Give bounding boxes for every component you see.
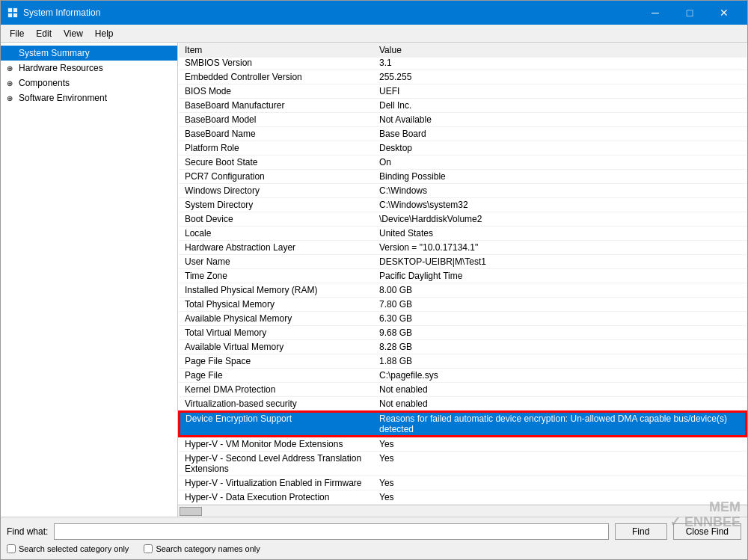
svg-rect-3 bbox=[13, 13, 17, 17]
col-header-item: Item bbox=[179, 43, 373, 58]
col-header-value: Value bbox=[373, 43, 747, 58]
sidebar-label-software-environment: Software Environment bbox=[19, 93, 107, 103]
table-row[interactable]: Hyper-V - VM Monitor Mode ExtensionsYes bbox=[179, 437, 747, 452]
table-row[interactable]: BaseBoard ManufacturerDell Inc. bbox=[179, 99, 747, 113]
minimize-button[interactable]: ─ bbox=[638, 1, 672, 25]
expander-icon: ⊕ bbox=[7, 79, 16, 87]
table-row[interactable]: Platform RoleDesktop bbox=[179, 141, 747, 156]
table-row[interactable]: System DirectoryC:\Windows\system32 bbox=[179, 198, 747, 212]
table-row[interactable]: Installed Physical Memory (RAM)8.00 GB bbox=[179, 283, 747, 298]
table-row[interactable]: Time ZonePacific Daylight Time bbox=[179, 269, 747, 283]
table-cell-value: Binding Possible bbox=[373, 170, 747, 184]
table-row[interactable]: LocaleUnited States bbox=[179, 227, 747, 241]
menu-bar: File Edit View Help bbox=[1, 25, 747, 43]
main-panel: Item Value Other OS DescriptionNot Avail… bbox=[178, 43, 747, 517]
watermark: MEM ✓ ENNBEE bbox=[669, 500, 741, 530]
table-cell-item: Windows Directory bbox=[179, 184, 373, 198]
table-cell-value: DESKTOP-UEIBR|M\Test1 bbox=[373, 255, 747, 269]
table-row[interactable]: Hyper-V - Virtualization Enabled in Firm… bbox=[179, 476, 747, 490]
table-cell-item: Secure Boot State bbox=[179, 156, 373, 170]
table-cell-value: 6.30 GB bbox=[373, 312, 747, 326]
table-cell-item: Device Encryption Support bbox=[179, 411, 373, 437]
menu-edit[interactable]: Edit bbox=[30, 26, 58, 40]
table-cell-value: Yes bbox=[373, 452, 747, 476]
table-cell-value: Yes bbox=[373, 476, 747, 490]
close-button[interactable]: ✕ bbox=[707, 1, 741, 25]
checkbox-selected-category-input[interactable] bbox=[7, 544, 16, 553]
table-cell-value: Yes bbox=[373, 437, 747, 452]
table-row[interactable]: Hyper-V - Data Execution ProtectionYes bbox=[179, 490, 747, 505]
table-row[interactable]: Boot Device\Device\HarddiskVolume2 bbox=[179, 212, 747, 227]
svg-rect-0 bbox=[8, 8, 12, 12]
checkbox-category-names-label: Search category names only bbox=[156, 544, 260, 553]
content-area: System Summary ⊕ Hardware Resources ⊕ Co… bbox=[1, 43, 747, 517]
table-row[interactable]: Hyper-V - Second Level Address Translati… bbox=[179, 452, 747, 476]
table-row[interactable]: Page FileC:\pagefile.sys bbox=[179, 369, 747, 383]
sidebar-label-components: Components bbox=[19, 78, 70, 88]
find-input[interactable] bbox=[54, 523, 608, 540]
table-row[interactable]: Available Virtual Memory8.28 GB bbox=[179, 340, 747, 354]
sidebar-item-software-environment[interactable]: ⊕ Software Environment bbox=[1, 90, 177, 105]
table-cell-item: Available Virtual Memory bbox=[179, 340, 373, 354]
table-cell-value: Not enabled bbox=[373, 383, 747, 397]
table-row[interactable]: Embedded Controller Version255.255 bbox=[179, 70, 747, 84]
table-cell-item: Total Physical Memory bbox=[179, 298, 373, 312]
data-table-container[interactable]: Item Value Other OS DescriptionNot Avail… bbox=[178, 43, 747, 505]
find-label: Find what: bbox=[7, 526, 48, 537]
table-row[interactable]: Available Physical Memory6.30 GB bbox=[179, 312, 747, 326]
sidebar-item-system-summary[interactable]: System Summary bbox=[1, 46, 177, 61]
table-row[interactable]: Kernel DMA ProtectionNot enabled bbox=[179, 383, 747, 397]
table-cell-value: On bbox=[373, 156, 747, 170]
checkbox-selected-category[interactable]: Search selected category only bbox=[7, 544, 129, 553]
table-row[interactable]: Virtualization-based securityNot enabled bbox=[179, 397, 747, 412]
scroll-thumb[interactable] bbox=[180, 507, 202, 516]
table-row[interactable]: BaseBoard NameBase Board bbox=[179, 127, 747, 141]
table-row[interactable]: BIOS ModeUEFI bbox=[179, 84, 747, 99]
horizontal-scrollbar[interactable] bbox=[178, 505, 747, 517]
table-cell-value: Desktop bbox=[373, 141, 747, 156]
table-cell-value: Version = "10.0.17134.1" bbox=[373, 241, 747, 255]
find-button[interactable]: Find bbox=[615, 523, 667, 540]
maximize-button[interactable]: □ bbox=[672, 1, 707, 25]
table-cell-value: 1.88 GB bbox=[373, 354, 747, 369]
table-cell-item: Hyper-V - Virtualization Enabled in Firm… bbox=[179, 476, 373, 490]
table-cell-item: Hyper-V - Data Execution Protection bbox=[179, 490, 373, 505]
table-cell-item: Page File bbox=[179, 369, 373, 383]
table-cell-item: BaseBoard Name bbox=[179, 127, 373, 141]
table-cell-item: Total Virtual Memory bbox=[179, 326, 373, 340]
table-row[interactable]: PCR7 ConfigurationBinding Possible bbox=[179, 170, 747, 184]
sidebar-item-components[interactable]: ⊕ Components bbox=[1, 76, 177, 90]
menu-help[interactable]: Help bbox=[89, 26, 120, 40]
table-row[interactable]: Secure Boot StateOn bbox=[179, 156, 747, 170]
table-cell-item: Hardware Abstraction Layer bbox=[179, 241, 373, 255]
table-cell-value: C:\Windows\system32 bbox=[373, 198, 747, 212]
table-cell-item: User Name bbox=[179, 255, 373, 269]
table-row[interactable]: BaseBoard ModelNot Available bbox=[179, 113, 747, 127]
table-cell-value: 9.68 GB bbox=[373, 326, 747, 340]
menu-view[interactable]: View bbox=[58, 26, 89, 40]
table-row[interactable]: Total Virtual Memory9.68 GB bbox=[179, 326, 747, 340]
table-cell-item: System Directory bbox=[179, 198, 373, 212]
table-row[interactable]: Page File Space1.88 GB bbox=[179, 354, 747, 369]
table-row[interactable]: User NameDESKTOP-UEIBR|M\Test1 bbox=[179, 255, 747, 269]
table-cell-value: 8.00 GB bbox=[373, 283, 747, 298]
table-row[interactable]: Windows DirectoryC:\Windows bbox=[179, 184, 747, 198]
data-table: Item Value Other OS DescriptionNot Avail… bbox=[178, 43, 747, 505]
table-row[interactable]: Device Encryption SupportReasons for fai… bbox=[179, 411, 747, 437]
menu-file[interactable]: File bbox=[4, 26, 30, 40]
table-cell-item: Time Zone bbox=[179, 269, 373, 283]
table-cell-item: Installed Physical Memory (RAM) bbox=[179, 283, 373, 298]
table-cell-item: Hyper-V - Second Level Address Translati… bbox=[179, 452, 373, 476]
table-row[interactable]: Hardware Abstraction LayerVersion = "10.… bbox=[179, 241, 747, 255]
checkbox-category-names[interactable]: Search category names only bbox=[144, 544, 260, 553]
table-cell-item: Boot Device bbox=[179, 212, 373, 227]
table-row[interactable]: Total Physical Memory7.80 GB bbox=[179, 298, 747, 312]
find-row: Find what: Find Close Find bbox=[7, 523, 741, 540]
checkbox-category-names-input[interactable] bbox=[144, 544, 153, 553]
title-bar: System Information ─ □ ✕ bbox=[1, 1, 747, 25]
main-window: System Information ─ □ ✕ File Edit View … bbox=[0, 0, 748, 560]
sidebar-item-hardware-resources[interactable]: ⊕ Hardware Resources bbox=[1, 61, 177, 76]
table-cell-value: \Device\HarddiskVolume2 bbox=[373, 212, 747, 227]
table-cell-item: Page File Space bbox=[179, 354, 373, 369]
table-cell-item: Locale bbox=[179, 227, 373, 241]
